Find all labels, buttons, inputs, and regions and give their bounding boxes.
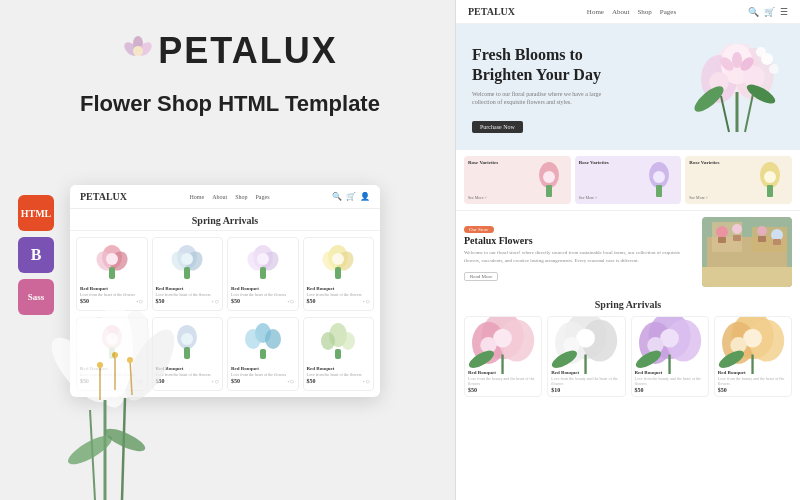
site-header: PETALUX Home About Shop Pages 🔍 🛒 ☰ <box>456 0 800 24</box>
product-image <box>77 238 147 284</box>
arrival-card-1: Red Bouquet Love from the beauty and the… <box>464 316 542 397</box>
svg-rect-80 <box>767 185 773 197</box>
svg-rect-37 <box>335 349 341 359</box>
svg-point-46 <box>127 357 133 363</box>
product-image <box>153 238 223 284</box>
svg-point-48 <box>112 352 118 358</box>
arrival-image-4 <box>715 317 791 367</box>
svg-point-12 <box>181 253 193 265</box>
cart-icon: 🛒 <box>346 192 356 201</box>
sass-badge: Sass <box>18 279 54 315</box>
product-card: Red Bouquet Love from the heart of the f… <box>303 237 375 311</box>
nav-shop[interactable]: Shop <box>637 8 651 16</box>
svg-rect-23 <box>335 267 341 279</box>
svg-rect-8 <box>109 267 115 279</box>
svg-rect-18 <box>260 267 266 279</box>
svg-point-79 <box>764 171 776 183</box>
arrivals-section: Spring Arrivals Red Bouquet <box>456 293 800 403</box>
feature-boxes: Rose Varieties See More > Rose Varieties… <box>456 150 800 210</box>
svg-point-31 <box>265 329 281 349</box>
product-image <box>304 318 374 364</box>
product-image <box>228 238 298 284</box>
arrival-card-4: Red Bouquet Love from the beauty and the… <box>714 316 792 397</box>
user-icon: 👤 <box>360 192 370 201</box>
product-info: Red Bouquet Love from the heart of the f… <box>228 364 298 386</box>
nav-home[interactable]: Home <box>587 8 604 16</box>
about-badge: Our Store <box>464 226 494 233</box>
hero-title: Fresh Blooms to Brighten Your Day <box>472 45 689 83</box>
feature-box-label-1: Rose Varieties <box>468 160 498 165</box>
svg-point-7 <box>106 253 118 265</box>
svg-point-70 <box>769 64 779 74</box>
svg-point-22 <box>332 253 344 265</box>
svg-point-32 <box>245 329 261 349</box>
product-image <box>228 318 298 364</box>
arrival-card-2: Red Bouquet Love from the beauty and the… <box>547 316 625 397</box>
product-card: Red Bouquet Love from the heart of the f… <box>227 237 299 311</box>
product-info: Red Bouquet Love from the heart of the f… <box>228 284 298 306</box>
search-icon[interactable]: 🔍 <box>748 7 759 17</box>
arrivals-grid: Red Bouquet Love from the beauty and the… <box>464 316 792 397</box>
site-header-icons: 🔍 🛒 ☰ <box>748 7 788 17</box>
main-tagline: Flower Shop HTML Template <box>80 90 380 119</box>
cart-icon[interactable]: 🛒 <box>764 7 775 17</box>
arrival-card-3: Red Bouquet Love from the beauty and the… <box>631 316 709 397</box>
left-panel: PETALUX Flower Shop HTML Template HTML B… <box>0 0 460 500</box>
right-panel: PETALUX Home About Shop Pages 🔍 🛒 ☰ Fres… <box>455 0 800 500</box>
logo-rest: ETALUX <box>184 30 337 71</box>
about-description: Welcome to our floral store! where direc… <box>464 249 694 264</box>
svg-rect-74 <box>546 185 552 197</box>
feature-box-label-2: Rose Varieties <box>579 160 609 165</box>
about-store-image <box>702 217 792 287</box>
logo-p: P <box>158 30 184 71</box>
tech-badges: HTML B Sass <box>18 195 54 315</box>
nav-pages[interactable]: Pages <box>660 8 676 16</box>
hero-subtitle: Welcome to our floral paradise where we … <box>472 90 612 107</box>
hero-section: Fresh Blooms to Brighten Your Day Welcom… <box>456 24 800 150</box>
product-card: Red Bouquet Love from the heart of the f… <box>227 317 299 391</box>
svg-point-36 <box>341 332 355 350</box>
feature-box-3: Rose Varieties See More > <box>685 156 792 204</box>
arrival-image-2 <box>548 317 624 367</box>
product-info: Red Bouquet Love from the heart of the f… <box>304 284 374 306</box>
bootstrap-badge: B <box>18 237 54 273</box>
hero-cta-button[interactable]: Purchase Now <box>472 121 523 133</box>
mockup-logo: PETALUX <box>80 191 127 202</box>
feature-box-1: Rose Varieties See More > <box>464 156 571 204</box>
mockup-section-title: Spring Arrivals <box>70 209 380 231</box>
product-card: Red Bouquet Love from the heart of the f… <box>303 317 375 391</box>
menu-icon[interactable]: ☰ <box>780 7 788 17</box>
arrival-image-1 <box>465 317 541 367</box>
about-section: Our Store Petalux Flowers Welcome to our… <box>456 210 800 293</box>
svg-point-28 <box>181 333 193 345</box>
svg-line-50 <box>122 398 125 500</box>
nav-about[interactable]: About <box>612 8 630 16</box>
hero-flower-image <box>689 44 784 134</box>
feature-box-btn-2[interactable]: See More > <box>579 195 598 200</box>
site-nav: Home About Shop Pages <box>587 8 676 16</box>
feature-box-btn-3[interactable]: See More > <box>689 195 708 200</box>
svg-rect-33 <box>260 349 266 359</box>
mockup-nav-icons: 🔍 🛒 👤 <box>332 192 370 201</box>
svg-point-76 <box>653 171 665 183</box>
product-info: Red Bouquet Love from the heart of the f… <box>304 364 374 386</box>
feature-box-btn-1[interactable]: See More > <box>468 195 487 200</box>
about-read-more-button[interactable]: Read More <box>464 272 498 281</box>
svg-rect-94 <box>702 217 792 287</box>
product-image <box>304 238 374 284</box>
site-logo: PETALUX <box>468 6 515 17</box>
svg-point-44 <box>97 362 103 368</box>
svg-line-68 <box>745 94 753 132</box>
logo-text: PETALUX <box>158 30 337 72</box>
feature-box-2: Rose Varieties See More > <box>575 156 682 204</box>
mockup-header: PETALUX Home About Shop Pages 🔍 🛒 👤 <box>70 185 380 209</box>
about-title: Petalux Flowers <box>464 235 694 246</box>
arrivals-section-title: Spring Arrivals <box>464 299 792 310</box>
about-text: Our Store Petalux Flowers Welcome to our… <box>464 217 694 287</box>
search-icon: 🔍 <box>332 192 342 201</box>
svg-point-17 <box>257 253 269 265</box>
svg-rect-13 <box>184 267 190 279</box>
logo-flower-icon <box>122 35 154 67</box>
feature-box-label-3: Rose Varieties <box>689 160 719 165</box>
svg-rect-29 <box>184 347 190 359</box>
